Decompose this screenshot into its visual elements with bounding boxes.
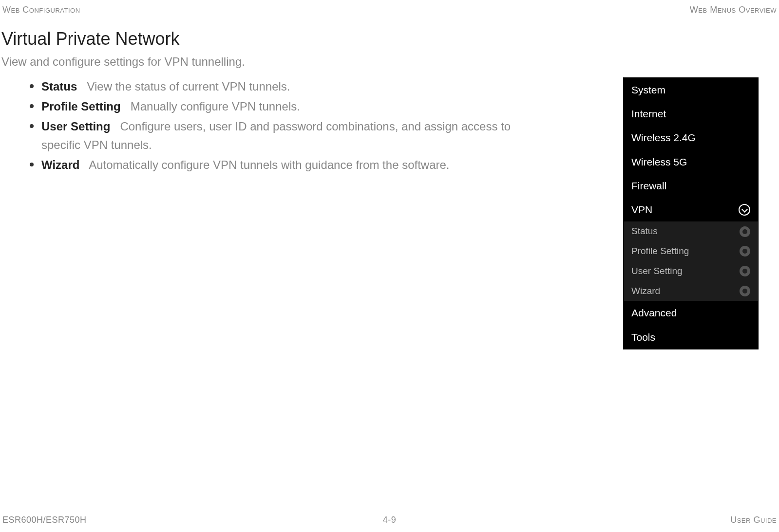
item-label: Wizard [41, 158, 79, 171]
item-label: Profile Setting [41, 100, 121, 113]
header-left: Web Configuration [2, 5, 80, 15]
nav-item-internet[interactable]: Internet [624, 102, 758, 126]
list-item: Profile Setting Manually configure VPN t… [41, 97, 516, 115]
page-title: Virtual Private Network [0, 29, 779, 49]
list-item: Wizard Automatically configure VPN tunne… [41, 156, 516, 174]
sub-item-user-setting[interactable]: User Setting [624, 261, 758, 281]
list-item: Status View the status of current VPN tu… [41, 77, 516, 95]
nav-item-wireless-24g[interactable]: Wireless 2.4G [624, 126, 758, 149]
nav-item-firewall[interactable]: Firewall [624, 174, 758, 198]
nav-item-wireless-5g[interactable]: Wireless 5G [624, 150, 758, 174]
sub-item-status[interactable]: Status [624, 221, 758, 241]
list-item: User Setting Configure users, user ID an… [41, 117, 516, 153]
item-desc: Manually configure VPN tunnels. [124, 100, 300, 113]
nav-item-tools[interactable]: Tools [624, 325, 758, 349]
chevron-down-icon [739, 204, 750, 216]
sub-item-profile-setting[interactable]: Profile Setting [624, 241, 758, 261]
item-desc: Configure users, user ID and password co… [41, 120, 511, 151]
feature-list: Status View the status of current VPN tu… [0, 77, 516, 349]
item-desc: Automatically configure VPN tunnels with… [83, 158, 449, 171]
header-right: Web Menus Overview [690, 5, 777, 15]
bullet-icon [740, 246, 750, 257]
item-label: User Setting [41, 120, 110, 133]
bullet-icon [740, 266, 750, 276]
nav-item-system[interactable]: System [624, 78, 758, 102]
bullet-icon [740, 286, 750, 296]
nav-item-vpn[interactable]: VPN [624, 198, 758, 221]
sub-item-wizard[interactable]: Wizard [624, 281, 758, 301]
footer-guide-label: User Guide [730, 515, 777, 525]
page-subtitle: View and configure settings for VPN tunn… [0, 55, 779, 69]
nav-item-advanced[interactable]: Advanced [624, 301, 758, 325]
footer-page-number: 4-9 [383, 515, 397, 525]
item-desc: View the status of current VPN tunnels. [80, 80, 290, 93]
footer-model: ESR600H/ESR750H [2, 515, 87, 525]
bullet-icon [740, 226, 750, 237]
sidebar-menu: System Internet Wireless 2.4G Wireless 5… [623, 77, 759, 349]
item-label: Status [41, 80, 77, 93]
